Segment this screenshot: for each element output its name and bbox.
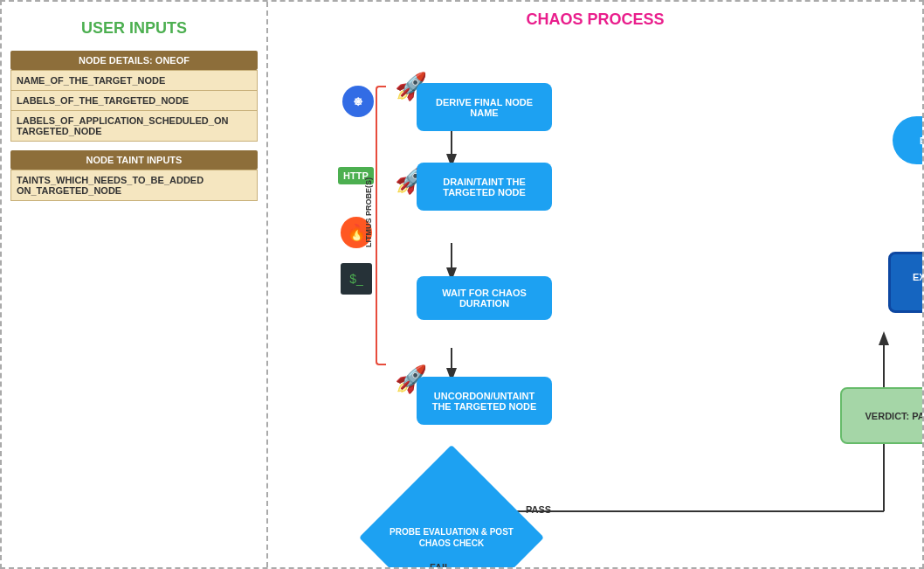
verdict-pass-node: VERDICT: PASS [840, 387, 922, 444]
node-details-section: NODE DETAILS: ONEOF NAME_OF_THE_TARGET_N… [10, 51, 258, 142]
wait-node: WAIT FOR CHAOS DURATION [417, 276, 552, 320]
input-labels-application: LABELS_OF_APPLICATION_SCHEDULED_ONTARGET… [11, 111, 257, 141]
fail-label: FAIL [430, 562, 451, 567]
derive-node: DERIVE FINAL NODE NAME [417, 83, 552, 131]
input-labels-targeted: LABELS_OF_THE_TARGETED_NODE [11, 91, 257, 111]
node-inputs-box: NAME_OF_THE_TARGET_NODE LABELS_OF_THE_TA… [10, 70, 258, 142]
input-taints: TAINTS_WHICH_NEEDS_TO_BE_ADDEDON_TARGETE… [11, 170, 257, 200]
taint-inputs-box: TAINTS_WHICH_NEEDS_TO_BE_ADDEDON_TARGETE… [10, 170, 258, 201]
flowchart: ⎈ HTTP 🔥 $_ LITMUS PROBE(S) 🚀 🚀 🚀 DERIVE… [281, 38, 909, 562]
litmus-probe-label: LITMUS PROBE(S) [364, 177, 373, 247]
uncordon-node: UNCORDON/UNTAINT THE TARGETED NODE [417, 377, 552, 425]
terminal-icon: $_ [341, 263, 372, 295]
drain-node: DRAIN/TAINT THE TARGETED NODE [417, 163, 552, 211]
chaos-process-title: CHAOS PROCESS [281, 10, 909, 29]
end-experiment-node: END EXPERIMENT [893, 116, 922, 164]
left-panel: USER INPUTS NODE DETAILS: ONEOF NAME_OF_… [2, 2, 268, 567]
user-inputs-title: USER INPUTS [10, 19, 258, 38]
node-taint-header: NODE TAINT INPUTS [10, 150, 258, 170]
k8s-icon: ⎈ [342, 86, 374, 117]
node-taint-section: NODE TAINT INPUTS TAINTS_WHICH_NEEDS_TO_… [10, 150, 258, 201]
input-name-of-target: NAME_OF_THE_TARGET_NODE [11, 71, 257, 91]
pass-label: PASS [526, 504, 551, 515]
node-details-header: NODE DETAILS: ONEOF [10, 51, 258, 70]
probe-brace [376, 86, 386, 365]
experiment-state-node: EXPERIMENT STATE (C.RESULT) [888, 252, 922, 313]
right-panel: CHAOS PROCESS [268, 2, 922, 567]
probe-diamond-label: PROBE EVALUATION & POST CHAOS CHECK [386, 472, 517, 567]
